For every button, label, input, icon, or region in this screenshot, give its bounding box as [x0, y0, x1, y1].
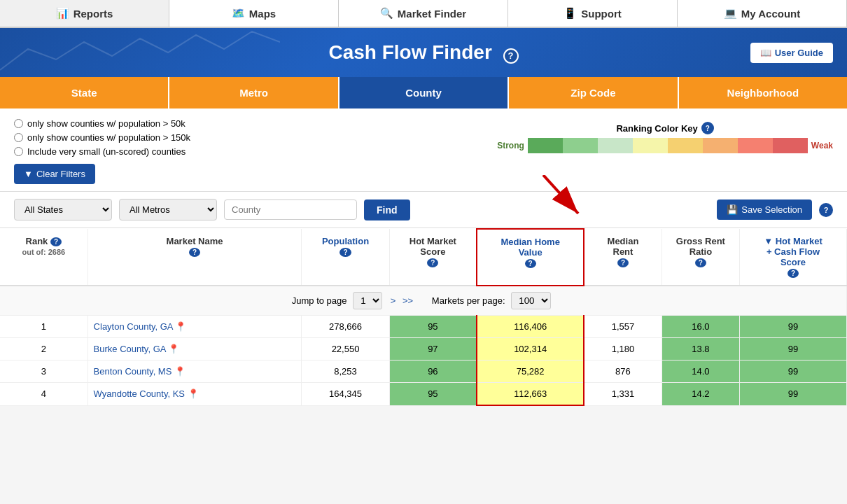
save-help-icon[interactable]: ? [819, 203, 833, 217]
clear-filters-button[interactable]: ▼ Clear Filters [14, 164, 95, 184]
color-key-title: Ranking Color Key [616, 123, 697, 134]
market-name-cell: Wyandotte County, KS 📍 [88, 383, 302, 406]
rank-cell: 1 [0, 316, 88, 338]
median-home-help-icon[interactable]: ? [525, 259, 536, 268]
gross-rent-cell: 13.8 [662, 338, 739, 360]
reports-icon: 📊 [56, 7, 69, 20]
median-rent-help-icon[interactable]: ? [617, 258, 629, 267]
per-page-select[interactable]: 1005025 [511, 292, 551, 309]
user-guide-button[interactable]: 📖 User Guide [750, 43, 833, 63]
cash-flow-cell: 99 [740, 383, 847, 406]
median-rent-cell: 876 [584, 360, 662, 383]
title-help-icon[interactable]: ? [503, 48, 519, 64]
table-row: 1 Clayton County, GA 📍 278,666 95 116,40… [0, 316, 847, 338]
county-input[interactable] [224, 200, 357, 220]
location-icon: 📍 [168, 344, 179, 354]
gross-rent-cell: 14.0 [662, 360, 739, 383]
color-key-bar: Strong Weak [497, 138, 833, 153]
median-rent-cell: 1,180 [584, 338, 662, 360]
col-market-name: Market Name ? [88, 229, 302, 286]
top-nav: 📊 Reports 🗺️ Maps 🔍 Market Finder 📱 Supp… [0, 0, 847, 28]
location-icon: 📍 [175, 321, 186, 332]
tab-neighborhood[interactable]: Neighborhood [679, 77, 847, 108]
market-link[interactable]: Wyandotte County, KS [94, 388, 185, 399]
nav-item-reports[interactable]: 📊 Reports [0, 0, 169, 27]
color-key-section: Ranking Color Key ? Strong Weak [497, 122, 833, 153]
radio-150k-label[interactable]: only show counties w/ population > 150k [14, 132, 497, 143]
tab-metro[interactable]: Metro [169, 77, 339, 108]
find-button[interactable]: Find [364, 200, 410, 220]
radio-small[interactable] [14, 147, 23, 156]
nav-label-my-account: My Account [741, 8, 800, 20]
market-name-cell: Benton County, MS 📍 [88, 360, 302, 383]
gross-rent-cell: 14.2 [662, 383, 739, 406]
support-icon: 📱 [564, 7, 577, 20]
col-cash-flow-score[interactable]: ▼ Hot Market+ Cash FlowScore ? [740, 229, 847, 286]
radio-small-label[interactable]: Include very small (un-scored) counties [14, 146, 497, 157]
col-gross-rent-ratio: Gross RentRatio ? [662, 229, 739, 286]
hot-score-help-icon[interactable]: ? [427, 258, 438, 267]
market-finder-icon: 🔍 [380, 7, 393, 20]
rank-help-icon[interactable]: ? [50, 237, 62, 246]
metros-select[interactable]: All Metros [119, 199, 217, 220]
red-arrow-annotation [536, 175, 592, 217]
nav-label-market-finder: Market Finder [398, 8, 466, 20]
table-row: 4 Wyandotte County, KS 📍 164,345 95 112,… [0, 383, 847, 406]
table-row: 3 Benton County, MS 📍 8,253 96 75,282 87… [0, 360, 847, 383]
cash-flow-cell: 99 [740, 316, 847, 338]
population-help-icon[interactable]: ? [340, 248, 351, 257]
table-row: 2 Burke County, GA 📍 22,550 97 102,314 1… [0, 338, 847, 360]
rank-cell: 2 [0, 338, 88, 360]
controls-row: All States All Metros Find 💾 Save Select… [0, 192, 847, 228]
book-icon: 📖 [760, 48, 771, 58]
radio-150k[interactable] [14, 133, 23, 142]
states-select[interactable]: All States [14, 199, 112, 220]
tab-bar: State Metro County Zip Code Neighborhood [0, 77, 847, 108]
col-median-rent: MedianRent ? [584, 229, 662, 286]
header-banner: Cash Flow Finder ? 📖 User Guide [0, 28, 847, 77]
tab-zip-code[interactable]: Zip Code [509, 77, 678, 108]
hot-score-cell: 96 [389, 360, 477, 383]
rank-cell: 4 [0, 383, 88, 406]
save-icon: 💾 [727, 204, 738, 215]
nav-item-maps[interactable]: 🗺️ Maps [169, 0, 339, 27]
nav-label-support: Support [581, 8, 622, 20]
filter-section: only show counties w/ population > 50k o… [0, 108, 847, 192]
gross-rent-help-icon[interactable]: ? [695, 258, 706, 267]
radio-50k-label[interactable]: only show counties w/ population > 50k [14, 118, 497, 129]
cash-flow-cell: 99 [740, 360, 847, 383]
market-name-cell: Clayton County, GA 📍 [88, 316, 302, 338]
nav-item-market-finder[interactable]: 🔍 Market Finder [339, 0, 508, 27]
my-account-icon: 💻 [724, 7, 737, 20]
weak-label: Weak [811, 141, 833, 150]
market-link[interactable]: Clayton County, GA [94, 321, 173, 332]
tab-county[interactable]: County [340, 77, 509, 108]
market-name-help-icon[interactable]: ? [189, 248, 200, 257]
cash-flow-cell: 99 [740, 338, 847, 360]
hot-score-cell: 95 [389, 316, 477, 338]
radio-group: only show counties w/ population > 50k o… [14, 118, 497, 157]
nav-item-my-account[interactable]: 💻 My Account [678, 0, 847, 27]
market-name-cell: Burke County, GA 📍 [88, 338, 302, 360]
nav-item-support[interactable]: 📱 Support [508, 0, 678, 27]
tab-state[interactable]: State [0, 77, 169, 108]
strong-label: Strong [497, 141, 524, 150]
radio-50k[interactable] [14, 119, 23, 128]
rank-cell: 3 [0, 360, 88, 383]
next-page-link[interactable]: > [391, 295, 396, 306]
col-median-home-value[interactable]: Median HomeValue ? [477, 229, 584, 286]
save-selection-button[interactable]: 💾 Save Selection [717, 200, 812, 220]
col-population[interactable]: Population ? [302, 229, 389, 286]
svg-line-1 [543, 175, 578, 214]
median-home-cell: 75,282 [477, 360, 584, 383]
median-home-cell: 102,314 [477, 338, 584, 360]
filter-icon: ▼ [24, 169, 33, 179]
table-container: Rank ? out of: 2686 Market Name ? Popula… [0, 228, 847, 406]
population-cell: 164,345 [302, 383, 389, 406]
jump-to-page-select[interactable]: 123 [353, 292, 382, 309]
cash-flow-help-icon[interactable]: ? [788, 269, 799, 278]
market-link[interactable]: Burke County, GA [94, 344, 166, 354]
last-page-link[interactable]: >> [402, 295, 413, 306]
market-link[interactable]: Benton County, MS [94, 366, 172, 377]
color-key-help-icon[interactable]: ? [701, 122, 714, 134]
